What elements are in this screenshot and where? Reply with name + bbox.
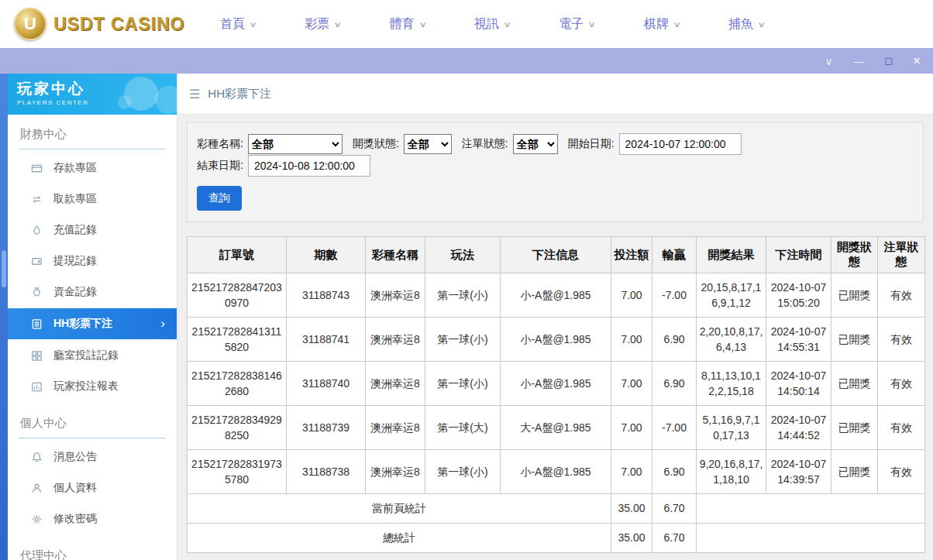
order-status-select[interactable]: 全部 [513,134,558,154]
search-button[interactable]: 查詢 [197,186,242,211]
minimize-icon[interactable]: — [854,56,865,67]
sidebar-item-withdrawal-record[interactable]: 提現記錄 [19,246,166,277]
cell-bet-time: 2024-10-07 14:55:31 [766,318,831,362]
cell-bet-info: 小-A盤@1.985 [501,318,611,362]
logo-text: USDT CASINO [53,14,184,35]
cell-amount: 7.00 [611,450,652,494]
sidebar-item-notice[interactable]: 消息公告 [19,441,166,472]
cell-amount: 7.00 [611,273,652,318]
nav-item-electronic[interactable]: 電子∨ [559,16,594,33]
order-status-label: 注單狀態: [462,137,508,151]
grand-total-amount: 35.00 [611,524,652,553]
col-order-id: 訂單號 [188,237,287,273]
nav-item-boardgames[interactable]: 棋牌∨ [644,16,680,33]
cell-draw-result: 20,15,8,17,16,9,1,12 [697,273,766,318]
cell-lottery-name: 澳洲幸运8 [366,450,425,494]
chevron-down-icon: ∨ [504,20,511,29]
cell-order-id: 2152172828472030970 [188,273,287,318]
app-frame: 玩家中心 PLAYERS CENTER 財務中心 存款專區 取款專區 充值記錄 [0,74,933,560]
main-nav: 首頁∨ 彩票∨ 體育∨ 視訊∨ 電子∨ 棋牌∨ 捕魚∨ [220,16,764,33]
chevron-down-icon: ∨ [588,20,596,29]
nav-item-fishing[interactable]: 捕魚∨ [728,16,764,33]
sidebar-item-label: 存款專區 [53,161,97,175]
report-chart-icon [30,380,43,393]
cell-win-loss: 6.90 [652,318,697,362]
cell-play: 第一球(小) [425,318,501,362]
sidebar-item-room-bet-record[interactable]: 廳室投註記錄 [19,340,166,371]
finance-menu: 存款專區 取款專區 充值記錄 提現記錄 資金記錄 [19,149,166,404]
filter-group-lottery: 彩種名稱: 全部 [197,134,343,154]
col-win-loss: 輸贏 [652,237,697,273]
cell-play: 第一球(小) [425,450,501,494]
filter-group-end-date: 結束日期: [197,155,370,177]
cell-lottery-name: 澳洲幸运8 [366,362,425,406]
grand-total-row: 總統計 35.00 6.70 [188,524,925,553]
grand-total-winloss: 6.70 [652,524,697,553]
sidebar-item-hh-lottery-bets[interactable]: HH彩票下注 › [8,308,177,339]
nav-item-lottery[interactable]: 彩票∨ [305,16,340,33]
cell-period: 31188743 [287,273,366,318]
sidebar-item-label: 廳室投註記錄 [53,349,119,362]
sidebar-item-label: 玩家投注報表 [53,380,119,393]
sidebar-item-player-bet-report[interactable]: 玩家投注報表 [19,371,166,402]
hamburger-menu-icon[interactable]: ☰ [189,87,200,101]
bets-table-wrap: 訂單號 期數 彩種名稱 玩法 下注信息 投注額 輸贏 開獎結果 下注時間 開獎狀… [187,236,924,553]
chevron-down-icon: ∨ [250,20,257,29]
page-total-winloss: 6.70 [652,494,697,524]
lottery-name-select[interactable]: 全部 [248,134,343,154]
cell-draw-status: 已開獎 [831,273,878,318]
page-title: HH彩票下注 [208,87,271,101]
page-total-label: 當前頁統計 [188,494,611,524]
col-lottery-name: 彩種名稱 [366,237,425,273]
gear-icon [30,513,43,525]
table-header: 訂單號 期數 彩種名稱 玩法 下注信息 投注額 輸贏 開獎結果 下注時間 開獎狀… [188,237,925,273]
section-agent-center: 代理中心 [19,542,166,560]
cell-bet-info: 小-A盤@1.985 [501,273,611,318]
nav-item-home[interactable]: 首頁∨ [220,16,256,33]
window-titlebar: ∨ — □ × [0,48,933,74]
cell-draw-status: 已開獎 [831,450,878,494]
sidebar-item-funds-record[interactable]: 資金記錄 [19,277,166,307]
sidebar-item-change-password[interactable]: 修改密碼 [19,503,166,534]
droplet-icon [30,224,43,236]
end-date-label: 結束日期: [197,159,243,173]
sidebar-item-deposit[interactable]: 存款專區 [19,153,166,184]
maximize-icon[interactable]: □ [886,56,892,67]
table-row: 2152172828413115820 31188741 澳洲幸运8 第一球(小… [188,318,925,362]
cell-bet-time: 2024-10-07 14:50:14 [766,362,831,406]
chevron-down-icon: ∨ [334,20,342,29]
chevron-down-icon: ∨ [418,20,426,29]
transfer-arrows-icon [30,193,43,205]
start-date-input[interactable] [619,133,742,155]
sidebar-item-label: 提現記錄 [53,254,97,268]
cell-draw-result: 5,1,16,9,7,10,17,13 [697,406,766,450]
nav-item-label: 視訊 [474,16,499,33]
sidebar-item-profile[interactable]: 個人資料 [19,472,166,503]
end-date-input[interactable] [248,155,370,177]
site-logo[interactable]: U USDT CASINO [14,8,186,40]
cell-order-id: 2152172828413115820 [188,318,287,362]
lottery-name-label: 彩種名稱: [197,137,243,151]
draw-status-select[interactable]: 全部 [404,134,452,154]
col-draw-result: 開獎結果 [697,237,766,273]
nav-item-video[interactable]: 視訊∨ [474,16,510,33]
cell-bet-time: 2024-10-07 14:39:57 [766,450,831,494]
content-scroll-area: 彩種名稱: 全部 開獎狀態: 全部 注單狀態: 全部 開始日期: [177,115,933,560]
cell-period: 31188740 [287,362,366,406]
filter-row: 彩種名稱: 全部 開獎狀態: 全部 注單狀態: 全部 開始日期: [197,133,914,177]
left-dock-strip [0,74,8,560]
close-icon[interactable]: × [913,54,921,67]
sidebar-item-withdraw[interactable]: 取款專區 [19,184,166,215]
cell-play: 第一球(大) [425,406,501,450]
sidebar-item-label: 個人資料 [53,481,97,495]
table-row: 2152172828319735780 31188738 澳洲幸运8 第一球(小… [188,450,925,494]
nav-item-sports[interactable]: 體育∨ [390,16,425,33]
sidebar-body: 財務中心 存款專區 取款專區 充值記錄 提現記錄 [8,115,177,560]
table-row: 2152172828381462680 31188740 澳洲幸运8 第一球(小… [188,362,925,406]
collapse-icon[interactable]: ∨ [825,56,832,67]
cell-win-loss: 6.90 [652,362,697,406]
dock-handle[interactable] [2,250,6,287]
sidebar-item-label: 資金記錄 [53,285,97,299]
cell-win-loss: -7.00 [652,273,697,318]
sidebar-item-recharge-record[interactable]: 充值記錄 [19,215,166,246]
